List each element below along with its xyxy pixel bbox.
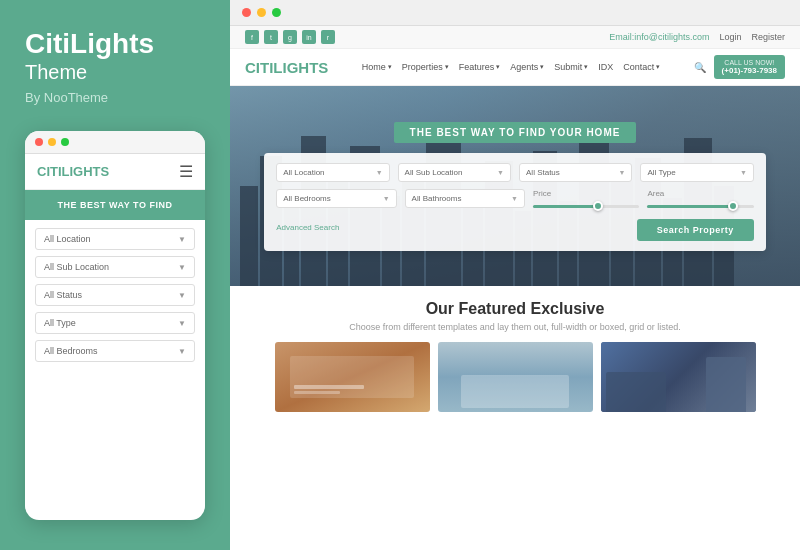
phone-box: CALL US NOW! (+01)-793-7938 xyxy=(714,55,785,79)
mobile-nav: CITILIGHTS ☰ xyxy=(25,154,205,190)
mobile-filter-location-arrow: ▼ xyxy=(178,235,186,244)
bedrooms-select-arrow: ▼ xyxy=(383,195,390,202)
brand-subtitle: Theme xyxy=(25,60,205,84)
price-range-fill xyxy=(533,205,597,208)
sublocation-select-label: All Sub Location xyxy=(405,168,463,177)
brand-by: By NooTheme xyxy=(25,90,205,105)
site-logo-citi: CITI xyxy=(245,59,273,76)
area-label: Area xyxy=(647,189,753,198)
search-bottom-row: Advanced Search Search Property xyxy=(276,215,754,241)
site-topbar: f t g in r Email:info@citilights.com Log… xyxy=(230,26,800,49)
login-link[interactable]: Login xyxy=(719,32,741,42)
mobile-filter-status[interactable]: All Status ▼ xyxy=(35,284,195,306)
price-range-handle[interactable] xyxy=(593,201,603,211)
bathrooms-select[interactable]: All Bathrooms ▼ xyxy=(405,189,525,208)
mobile-filter-bedrooms-arrow: ▼ xyxy=(178,347,186,356)
linkedin-icon[interactable]: in xyxy=(302,30,316,44)
mobile-filter-sublocation[interactable]: All Sub Location ▼ xyxy=(35,256,195,278)
area-range-handle[interactable] xyxy=(728,201,738,211)
site-logo-lights: LIGHTS xyxy=(273,59,328,76)
property-card-3-image xyxy=(601,342,756,412)
facebook-icon[interactable]: f xyxy=(245,30,259,44)
search-icon[interactable]: 🔍 xyxy=(694,62,706,73)
brand-title: CitiLights xyxy=(25,30,205,58)
register-link[interactable]: Register xyxy=(751,32,785,42)
status-select-label: All Status xyxy=(526,168,560,177)
mobile-filter-status-arrow: ▼ xyxy=(178,291,186,300)
building-1 xyxy=(240,186,258,286)
email-link[interactable]: Email:info@citilights.com xyxy=(609,32,709,42)
twitter-icon[interactable]: t xyxy=(264,30,278,44)
bedrooms-select[interactable]: All Bedrooms ▼ xyxy=(276,189,396,208)
rss-icon[interactable]: r xyxy=(321,30,335,44)
brand-name: CitiLights Theme By NooTheme xyxy=(25,30,205,105)
mobile-hero-text: THE BEST WAY TO FIND xyxy=(37,200,193,210)
mobile-filter-bedrooms-label: All Bedrooms xyxy=(44,346,98,356)
browser-chrome xyxy=(230,0,800,26)
browser-dot-green xyxy=(272,8,281,17)
price-field: Price xyxy=(533,189,639,208)
mobile-filter-location[interactable]: All Location ▼ xyxy=(35,228,195,250)
phone-number: (+01)-793-7938 xyxy=(722,66,777,75)
googleplus-icon[interactable]: g xyxy=(283,30,297,44)
location-select[interactable]: All Location ▼ xyxy=(276,163,389,182)
nav-properties[interactable]: Properties ▾ xyxy=(402,62,449,72)
mobile-filter-sublocation-label: All Sub Location xyxy=(44,262,109,272)
nav-right: 🔍 CALL US NOW! (+01)-793-7938 xyxy=(694,55,785,79)
price-range-bar[interactable] xyxy=(533,205,639,208)
nav-features[interactable]: Features ▾ xyxy=(459,62,501,72)
area-range-fill xyxy=(647,205,732,208)
nav-idx[interactable]: IDX xyxy=(598,62,613,72)
site-nav: CITILIGHTS Home ▾ Properties ▾ Features … xyxy=(230,49,800,86)
property-cards xyxy=(245,342,785,412)
mobile-filters: All Location ▼ All Sub Location ▼ All St… xyxy=(25,220,205,370)
nav-agents[interactable]: Agents ▾ xyxy=(510,62,544,72)
left-panel: CitiLights Theme By NooTheme CITILIGHTS … xyxy=(0,0,230,550)
mobile-logo-lights: LIGHTS xyxy=(62,164,110,179)
hero-badge: THE BEST WAY TO FIND YOUR HOME xyxy=(394,122,637,143)
mobile-logo-citi: CITI xyxy=(37,164,62,179)
mobile-hero: THE BEST WAY TO FIND xyxy=(25,190,205,220)
search-row-2: All Bedrooms ▼ All Bathrooms ▼ Price xyxy=(276,189,754,208)
property-card-1[interactable] xyxy=(275,342,430,412)
sublocation-select[interactable]: All Sub Location ▼ xyxy=(398,163,511,182)
mobile-top-bar xyxy=(25,131,205,154)
mobile-filter-status-label: All Status xyxy=(44,290,82,300)
mobile-filter-type[interactable]: All Type ▼ xyxy=(35,312,195,334)
browser-dot-red xyxy=(242,8,251,17)
mobile-filter-bedrooms[interactable]: All Bedrooms ▼ xyxy=(35,340,195,362)
mobile-dot-yellow xyxy=(48,138,56,146)
mobile-dot-red xyxy=(35,138,43,146)
type-select-arrow: ▼ xyxy=(740,169,747,176)
search-property-button[interactable]: Search Property xyxy=(637,219,754,241)
property-card-2[interactable] xyxy=(438,342,593,412)
mobile-filter-sublocation-arrow: ▼ xyxy=(178,263,186,272)
mobile-dot-green xyxy=(61,138,69,146)
type-select[interactable]: All Type ▼ xyxy=(640,163,753,182)
property-card-2-image xyxy=(438,342,593,412)
mobile-filter-type-arrow: ▼ xyxy=(178,319,186,328)
status-select-arrow: ▼ xyxy=(618,169,625,176)
sublocation-select-arrow: ▼ xyxy=(497,169,504,176)
mobile-filter-location-label: All Location xyxy=(44,234,91,244)
website-content: f t g in r Email:info@citilights.com Log… xyxy=(230,26,800,550)
nav-contact[interactable]: Contact ▾ xyxy=(623,62,660,72)
mobile-hamburger-icon[interactable]: ☰ xyxy=(179,162,193,181)
mobile-mockup: CITILIGHTS ☰ THE BEST WAY TO FIND All Lo… xyxy=(25,131,205,520)
mobile-filter-type-label: All Type xyxy=(44,318,76,328)
area-field: Area xyxy=(647,189,753,208)
nav-submit[interactable]: Submit ▾ xyxy=(554,62,588,72)
search-btn-row: Search Property xyxy=(637,219,754,241)
right-panel: f t g in r Email:info@citilights.com Log… xyxy=(230,0,800,550)
search-row-1: All Location ▼ All Sub Location ▼ All St… xyxy=(276,163,754,182)
status-select[interactable]: All Status ▼ xyxy=(519,163,632,182)
below-fold: Our Featured Exclusive Choose from diffe… xyxy=(230,286,800,550)
advanced-search-link[interactable]: Advanced Search xyxy=(276,223,339,232)
nav-home[interactable]: Home ▾ xyxy=(362,62,392,72)
area-range-bar[interactable] xyxy=(647,205,753,208)
bathrooms-select-arrow: ▼ xyxy=(511,195,518,202)
site-logo: CITILIGHTS xyxy=(245,59,328,76)
bathrooms-select-label: All Bathrooms xyxy=(412,194,462,203)
location-select-arrow: ▼ xyxy=(376,169,383,176)
property-card-3[interactable] xyxy=(601,342,756,412)
